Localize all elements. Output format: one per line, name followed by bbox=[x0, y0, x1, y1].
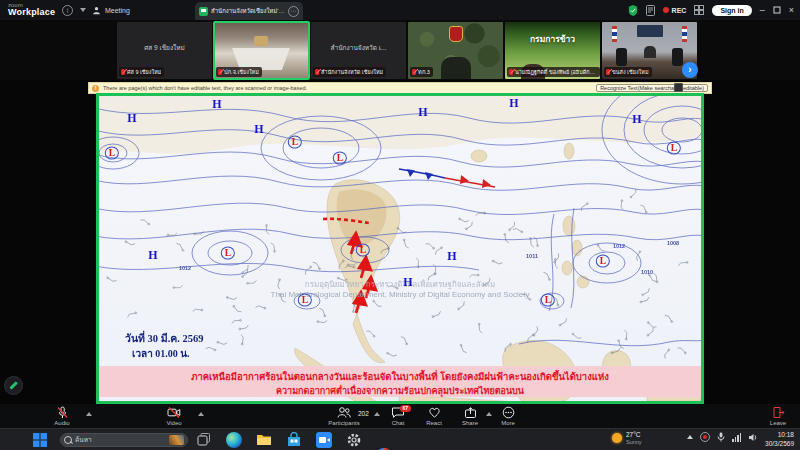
low-pressure-marker: L bbox=[596, 255, 610, 268]
weather-chart-page[interactable]: วันที่ 30 มี.ค. 2569 เวลา 01.00 น. กรมอุ… bbox=[99, 96, 701, 401]
maximize-button[interactable] bbox=[773, 6, 781, 14]
high-pressure-marker: H bbox=[148, 248, 157, 263]
sign-in-button[interactable]: Sign in bbox=[712, 5, 751, 16]
tab-shared-screen[interactable]: สำนักงานจังหวัดเชียงใหม่'s screen ⋯ bbox=[195, 2, 303, 20]
recognize-text-button[interactable]: Recognize Text(Make searchable/editable) bbox=[596, 84, 708, 92]
video-tile-2-active-speaker[interactable]: ปภ.จ.เชียงใหม่ bbox=[214, 22, 309, 79]
microsoft-store-icon[interactable] bbox=[286, 432, 302, 448]
encryption-shield-icon[interactable] bbox=[628, 5, 638, 16]
zoom-app-icon[interactable] bbox=[316, 432, 332, 448]
rec-dot-icon bbox=[663, 7, 669, 13]
participant-label-text: ปภ.จ.เชียงใหม่ bbox=[224, 68, 259, 76]
participant-name-label: ทภ.3 bbox=[410, 67, 433, 77]
tab-meeting-label: Meeting bbox=[105, 7, 130, 14]
info-icon[interactable]: i bbox=[62, 5, 73, 16]
office-sign bbox=[637, 25, 663, 37]
report-icon[interactable] bbox=[646, 5, 655, 16]
tray-mic-icon[interactable] bbox=[717, 432, 725, 442]
low-pressure-marker: L bbox=[667, 142, 681, 155]
tab-shared-screen-label: สำนักงานจังหวัดเชียงใหม่'s screen bbox=[211, 6, 285, 16]
hidden-icons-chevron[interactable] bbox=[687, 435, 693, 439]
participant-name-label: ขนส่ง เชียงใหม่ bbox=[604, 67, 652, 77]
low-pressure-marker: L bbox=[221, 247, 235, 260]
high-pressure-marker: H bbox=[447, 249, 456, 264]
video-tile-3[interactable]: สำนักงานจังหวัด เ... สำนักงานจังหวัด เชี… bbox=[311, 22, 406, 79]
tab-meeting[interactable]: Meeting bbox=[92, 3, 130, 18]
participant-label-text: นายณัฏฐกิตติ์ ของทิพย์ (อธิบดีกรมการข้าว… bbox=[515, 68, 597, 76]
edge-browser-icon[interactable] bbox=[226, 432, 242, 448]
video-options-caret[interactable] bbox=[198, 412, 204, 416]
participant-label-text: ศส 9 เชียงใหม่ bbox=[127, 68, 161, 76]
low-pressure-marker: L bbox=[288, 136, 302, 149]
video-tile-5[interactable]: กรมการข้าว นายณัฏฐกิตติ์ ของทิพย์ (อธิบด… bbox=[505, 22, 600, 79]
high-pressure-marker: H bbox=[403, 275, 412, 290]
map-time: เวลา 01.00 น. bbox=[132, 346, 190, 361]
video-tile-1[interactable]: ศส 9 เชียงใหม่ ศส 9 เชียงใหม่ bbox=[117, 22, 212, 79]
weather-widget[interactable]: 27°C Sunny bbox=[612, 431, 642, 445]
thai-flag bbox=[612, 26, 617, 42]
sun-icon bbox=[612, 433, 622, 443]
low-pressure-marker: L bbox=[541, 294, 555, 307]
leave-icon bbox=[772, 406, 785, 419]
more-icon bbox=[502, 406, 515, 419]
view-layout-icon[interactable] bbox=[694, 5, 704, 15]
zoom-meeting-window: zoom Workplace i Meeting สำนักงานจังหวัด… bbox=[0, 0, 800, 450]
volume-icon[interactable] bbox=[748, 433, 758, 442]
forecast-line-1: ภาคเหนือมีอากาศร้อนในตอนกลางวันและร้อนจั… bbox=[99, 369, 701, 384]
participant-label-text: สำนักงานจังหวัด เชียงใหม่ bbox=[321, 68, 383, 76]
isobar-value-label: 1012 bbox=[613, 243, 625, 249]
file-explorer-icon[interactable] bbox=[256, 432, 272, 448]
search-highlight-image[interactable] bbox=[169, 435, 184, 445]
tab-options-icon[interactable]: ⋯ bbox=[288, 6, 299, 17]
filmstrip-next-button[interactable]: › bbox=[682, 62, 698, 78]
low-pressure-marker: L bbox=[298, 294, 312, 307]
share-screen-icon bbox=[464, 406, 477, 419]
leave-button[interactable]: Leave bbox=[756, 406, 800, 426]
search-placeholder: ค้นหา bbox=[75, 435, 166, 445]
low-pressure-marker: L bbox=[356, 244, 370, 257]
muted-mic-icon bbox=[606, 69, 610, 75]
more-button[interactable]: More bbox=[486, 406, 530, 426]
isobar-value-label: 1008 bbox=[667, 240, 679, 246]
leave-label: Leave bbox=[756, 420, 800, 426]
settings-gear-icon[interactable] bbox=[346, 432, 362, 448]
window-titlebar: zoom Workplace i Meeting สำนักงานจังหวัด… bbox=[0, 0, 800, 20]
mouse-cursor-overlay bbox=[674, 83, 683, 92]
audio-button[interactable]: Audio bbox=[40, 406, 84, 426]
chair bbox=[672, 48, 683, 66]
video-filmstrip: ศส 9 เชียงใหม่ ศส 9 เชียงใหม่ ปภ.จ.เชียง… bbox=[0, 20, 800, 80]
recording-indicator[interactable]: REC bbox=[663, 7, 687, 14]
map-annotations: วันที่ 30 มี.ค. 2569 เวลา 01.00 น. กรมอุ… bbox=[99, 96, 701, 401]
participant-name-label: ศส 9 เชียงใหม่ bbox=[119, 67, 164, 77]
task-view-icon[interactable] bbox=[196, 432, 212, 448]
search-icon bbox=[64, 436, 72, 444]
network-icon[interactable] bbox=[732, 433, 741, 442]
close-button[interactable]: × bbox=[789, 0, 794, 20]
minimize-button[interactable]: – bbox=[760, 0, 765, 20]
participant-label-text: ทภ.3 bbox=[418, 68, 430, 76]
chat-unread-badge: 67 bbox=[400, 405, 411, 412]
audio-options-caret[interactable] bbox=[86, 412, 92, 416]
chevron-down-icon[interactable] bbox=[80, 8, 86, 12]
participants-icon bbox=[337, 406, 351, 419]
participant-name-label: นายณัฏฐกิตติ์ ของทิพย์ (อธิบดีกรมการข้าว… bbox=[507, 67, 600, 77]
start-button[interactable] bbox=[32, 432, 48, 448]
video-tile-4[interactable]: ทภ.3 bbox=[408, 22, 503, 79]
muted-mic-icon bbox=[121, 69, 125, 75]
people-icon bbox=[92, 6, 101, 15]
high-pressure-marker: H bbox=[254, 122, 263, 137]
clock-widget[interactable]: 10:18 30/3/2569 bbox=[765, 431, 794, 449]
titlebar-right-controls: REC Sign in – × bbox=[628, 0, 794, 20]
more-label: More bbox=[486, 420, 530, 426]
warning-icon: ! bbox=[92, 85, 99, 92]
annotate-pencil-button[interactable] bbox=[4, 376, 23, 395]
low-pressure-marker: L bbox=[105, 147, 119, 160]
video-button[interactable]: Video bbox=[152, 406, 196, 426]
audio-label: Audio bbox=[40, 420, 84, 426]
windows-taskbar: ค้นหา 27°C Sunny 10:18 30/3/2569 bbox=[0, 428, 800, 450]
recording-indicator-icon[interactable] bbox=[700, 432, 710, 442]
meeting-toolbar: Audio Video Participants 202 Chat 67 Rea… bbox=[0, 404, 800, 428]
weather-desc: Sunny bbox=[626, 439, 642, 445]
search-input[interactable]: ค้นหา bbox=[60, 433, 188, 447]
isobar-value-label: 1011 bbox=[526, 253, 538, 259]
